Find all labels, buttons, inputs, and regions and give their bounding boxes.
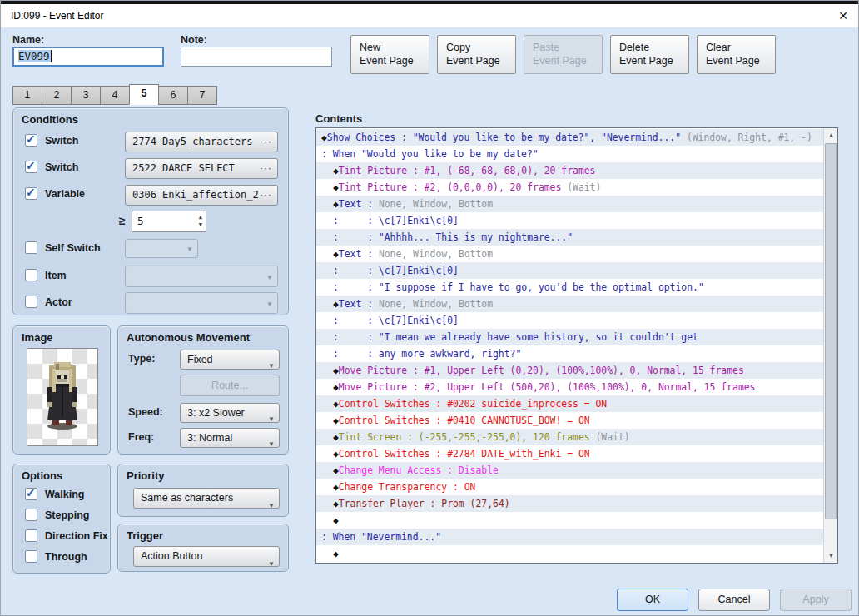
event-command-row[interactable]: ◆ bbox=[316, 545, 824, 562]
check-icon: ✓ bbox=[26, 186, 36, 199]
freq-select[interactable]: 3: Normal▼ bbox=[180, 428, 280, 448]
variable-amount-spinner[interactable]: 5 ▲ ▼ bbox=[132, 211, 206, 232]
event-command-row[interactable]: : When "Would you like to be my date?" bbox=[316, 146, 824, 162]
option-direction-fix-label: Direction Fix bbox=[45, 530, 108, 542]
event-command-row[interactable]: ◆Text : None, Window, Bottom bbox=[316, 296, 824, 312]
tab-3[interactable]: 3 bbox=[71, 86, 101, 105]
page-button-clear[interactable]: ClearEvent Page bbox=[697, 35, 776, 74]
event-command-row[interactable]: ◆Transfer Player : Prom (27,64) bbox=[316, 495, 824, 512]
self-switch-label: Self Switch bbox=[45, 242, 101, 254]
variable-value-button[interactable]: 0306 Enki_affection_2··· bbox=[125, 185, 278, 206]
option-direction-fix-checkbox[interactable] bbox=[25, 529, 37, 542]
event-command-row[interactable]: ◆ bbox=[316, 512, 824, 529]
variable-checkbox[interactable]: ✓ bbox=[25, 187, 37, 200]
event-command-row[interactable]: ◆Text : None, Window, Bottom bbox=[316, 246, 824, 262]
movement-title: Autonomous Movement bbox=[127, 331, 250, 344]
event-command-row[interactable]: : : \c[7]Enki\c[0] bbox=[316, 262, 824, 279]
switch2-label: Switch bbox=[45, 161, 78, 173]
item-checkbox[interactable] bbox=[25, 269, 37, 281]
event-command-row[interactable]: ◆Text : None, Window, Bottom bbox=[316, 196, 824, 212]
page-button-new[interactable]: NewEvent Page bbox=[350, 35, 430, 74]
actor-label: Actor bbox=[45, 296, 72, 308]
character-sprite bbox=[36, 359, 89, 432]
priority-value: Same as characters bbox=[141, 492, 233, 504]
speed-value: 3: x2 Slower bbox=[187, 407, 245, 419]
page-buttons: NewEvent PageCopyEvent PagePasteEvent Pa… bbox=[350, 35, 776, 74]
scrollbar[interactable]: ▲ ▼ bbox=[823, 128, 837, 563]
speed-select[interactable]: 3: x2 Slower▼ bbox=[180, 403, 280, 423]
check-icon: ✓ bbox=[26, 159, 36, 172]
switch1-value-button[interactable]: 2774 Day5_characters··· bbox=[125, 132, 278, 152]
tab-6[interactable]: 6 bbox=[158, 86, 188, 105]
character-image[interactable] bbox=[27, 348, 98, 446]
actor-select: ▼ bbox=[125, 292, 278, 314]
tab-7[interactable]: 7 bbox=[187, 86, 217, 105]
scroll-up-icon[interactable]: ▲ bbox=[824, 128, 838, 142]
option-through-checkbox[interactable] bbox=[25, 550, 37, 563]
chevron-down-icon: ▼ bbox=[268, 410, 275, 423]
priority-select[interactable]: Same as characters▼ bbox=[133, 488, 280, 509]
event-command-row[interactable]: ◆Control Switches : #0410 CANNOTUSE_BOW!… bbox=[316, 412, 824, 429]
event-command-row[interactable]: : : "Ahhhh... This is my nightmare..." bbox=[316, 229, 824, 246]
switch1-value: 2774 Day5_characters bbox=[132, 136, 253, 147]
priority-title: Priority bbox=[127, 469, 165, 482]
type-select[interactable]: Fixed▼ bbox=[180, 350, 280, 370]
spin-up-icon[interactable]: ▲ bbox=[199, 215, 202, 221]
check-icon: ✓ bbox=[26, 132, 36, 146]
switch1-checkbox[interactable]: ✓ bbox=[25, 134, 37, 147]
event-command-row[interactable]: : : "I mean we already have some history… bbox=[316, 329, 824, 345]
option-walking-checkbox[interactable]: ✓ bbox=[25, 488, 37, 500]
spin-down-icon[interactable]: ▼ bbox=[199, 222, 202, 228]
tab-1[interactable]: 1 bbox=[12, 86, 42, 105]
close-icon[interactable]: ✕ bbox=[838, 4, 848, 27]
check-icon: ✓ bbox=[26, 486, 36, 499]
conditions-title: Conditions bbox=[22, 113, 78, 126]
item-select: ▼ bbox=[125, 266, 278, 287]
event-command-row[interactable]: : When "Nevermind..." bbox=[316, 529, 824, 545]
event-command-row[interactable]: : : \c[7]Enki\c[0] bbox=[316, 312, 824, 329]
cancel-button[interactable]: Cancel bbox=[698, 589, 770, 611]
route-button: Route... bbox=[180, 375, 280, 396]
note-input[interactable] bbox=[181, 47, 332, 67]
event-command-row[interactable]: ◆Tint Picture : #2, (0,0,0,0), 20 frames… bbox=[316, 179, 824, 196]
event-command-row[interactable]: : : any more awkward, right?" bbox=[316, 345, 824, 362]
actor-checkbox[interactable] bbox=[25, 296, 37, 308]
window-title: ID:099 - Event Editor bbox=[11, 4, 103, 27]
event-command-row[interactable]: ◆Move Picture : #2, Upper Left (500,20),… bbox=[316, 379, 824, 395]
event-command-row[interactable]: ◆Control Switches : #0202 suicide_inproc… bbox=[316, 395, 824, 412]
self-switch-checkbox[interactable] bbox=[25, 241, 37, 254]
event-command-row[interactable]: ◆Tint Picture : #1, (-68,-68,-68,0), 20 … bbox=[316, 162, 824, 179]
tab-4[interactable]: 4 bbox=[100, 86, 130, 105]
event-command-row[interactable]: ◆Control Switches : #2784 DATE_with_Enki… bbox=[316, 445, 824, 462]
event-command-row[interactable]: ◆Move Picture : #1, Upper Left (0,20), (… bbox=[316, 362, 824, 379]
contents-list[interactable]: ◆Show Choices : "Would you like to be my… bbox=[315, 127, 838, 564]
event-command-row[interactable]: ◆Show Choices : "Would you like to be my… bbox=[316, 129, 824, 146]
option-stepping-checkbox[interactable] bbox=[25, 509, 37, 521]
ok-button[interactable]: OK bbox=[617, 589, 688, 611]
scroll-down-icon[interactable]: ▼ bbox=[824, 549, 838, 563]
tab-2[interactable]: 2 bbox=[42, 86, 72, 105]
type-label: Type: bbox=[128, 353, 155, 365]
chevron-down-icon: ▼ bbox=[186, 246, 193, 253]
chevron-down-icon: ▼ bbox=[268, 554, 275, 567]
name-input[interactable]: EV099 bbox=[12, 47, 164, 67]
event-command-row[interactable]: : : \c[7]Enki\c[0] bbox=[316, 212, 824, 229]
speed-label: Speed: bbox=[128, 406, 163, 418]
self-switch-select: ▼ bbox=[125, 239, 198, 258]
event-command-row[interactable]: : : "I suppose if I have to go, you'd be… bbox=[316, 279, 824, 296]
event-command-row[interactable]: ◆Tint Screen : (-255,-255,-255,0), 120 f… bbox=[316, 429, 824, 445]
page-button-copy[interactable]: CopyEvent Page bbox=[437, 35, 516, 74]
switch2-value-button[interactable]: 2522 DARCE SELECT··· bbox=[125, 158, 278, 179]
contents-title: Contents bbox=[315, 112, 362, 125]
switch2-checkbox[interactable]: ✓ bbox=[25, 161, 37, 173]
apply-button: Apply bbox=[780, 589, 852, 611]
tab-5[interactable]: 5 bbox=[129, 84, 159, 105]
trigger-group: Trigger Action Button▼ bbox=[117, 524, 289, 572]
page-button-delete[interactable]: DeleteEvent Page bbox=[610, 35, 689, 74]
event-command-row[interactable]: ◆Change Transparency : ON bbox=[316, 479, 824, 495]
trigger-select[interactable]: Action Button▼ bbox=[133, 546, 280, 567]
event-command-row[interactable]: ◆Change Menu Access : Disable bbox=[316, 462, 824, 479]
more-icon: ··· bbox=[260, 186, 272, 205]
scrollbar-thumb[interactable] bbox=[825, 143, 837, 519]
title-bar: ID:099 - Event Editor ✕ bbox=[1, 4, 859, 27]
